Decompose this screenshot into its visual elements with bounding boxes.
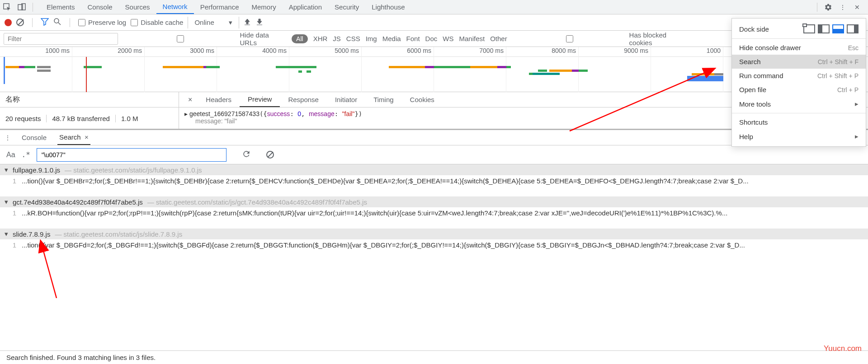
menu-hide-drawer[interactable]: Hide console drawerEsc [732,41,866,55]
throttling-select[interactable]: Online▾ [188,17,239,28]
tab-preview[interactable]: Preview [240,92,280,107]
chevron-right-icon: ▸ [855,100,859,108]
disclosure-icon[interactable]: ▾ [5,198,8,206]
tab-security[interactable]: Security [328,0,365,14]
search-results: ▾ fullpage.9.1.0.js — static.geetest.com… [0,164,868,251]
separator [32,18,33,27]
tab-cookies[interactable]: Cookies [402,92,443,107]
result-match[interactable]: 1 ...tion(){var $_DBGFd=2;for(;$_DBGFd!=… [0,239,868,251]
filter-icon[interactable] [41,18,49,27]
more-icon[interactable]: ⋮ [838,3,847,12]
preserve-log-checkbox[interactable]: Preserve log [78,19,126,26]
close-search-icon[interactable]: × [85,133,89,141]
upload-icon[interactable] [244,18,251,27]
result-file-header[interactable]: ▾ slide.7.8.9.js — static.geetest.com/st… [0,229,868,239]
menu-run-command[interactable]: Run commandCtrl + Shift + P [732,69,866,83]
tab-lighthouse[interactable]: Lighthouse [365,0,411,14]
result-file-header[interactable]: ▾ gct.7e4d938e40a4c492c489f7f0f4f7abe5.j… [0,196,868,207]
menu-open-file[interactable]: Open fileCtrl + P [732,83,866,97]
tab-console[interactable]: Console [81,0,119,14]
network-summary: 20 requests 48.7 kB transferred 1.0 M [0,107,179,129]
result-file-header[interactable]: ▾ fullpage.9.1.0.js — static.geetest.com… [0,164,868,175]
disclosure-icon[interactable]: ▾ [5,166,8,174]
tab-timing[interactable]: Timing [365,92,401,107]
filter-ws[interactable]: WS [443,35,453,42]
regex-toggle[interactable]: .* [22,150,30,159]
filter-all[interactable]: All [292,34,308,43]
tab-sources[interactable]: Sources [119,0,156,14]
dock-bottom-icon[interactable] [832,24,844,33]
drawer-more-icon[interactable]: ⋮ [5,134,11,141]
tab-headers[interactable]: Headers [198,92,240,107]
menu-search[interactable]: SearchCtrl + Shift + F [732,55,866,69]
close-icon[interactable]: ✕ [853,3,862,12]
match-case-toggle[interactable]: Aa [6,151,15,159]
column-name[interactable]: 名称 [0,92,179,107]
request-list: 名称 20 requests 48.7 kB transferred 1.0 M [0,92,179,129]
separator [70,18,70,27]
filter-media[interactable]: Media [382,35,401,42]
filter-css[interactable]: CSS [346,35,360,42]
status-bar: Search finished. Found 3 matching lines … [0,350,868,364]
filter-other[interactable]: Other [490,35,507,42]
download-icon[interactable] [256,18,264,27]
hide-data-urls-checkbox[interactable]: Hide data URLs [123,31,287,47]
tab-elements[interactable]: Elements [40,0,81,14]
tab-performance[interactable]: Performance [194,0,245,14]
device-icon[interactable] [17,3,26,12]
has-blocked-cookies-checkbox[interactable]: Has blocked cookies [513,31,689,47]
tab-network[interactable]: Network [156,0,194,14]
settings-menu: Dock side Hide console drawerEsc SearchC… [731,18,866,147]
gear-icon[interactable] [824,3,833,12]
dock-side-row: Dock side [732,21,866,37]
dock-left-icon[interactable] [818,24,830,33]
expand-icon[interactable]: ▸ [184,110,188,117]
separator [817,3,817,12]
separator [33,3,33,12]
tab-response[interactable]: Response [280,92,327,107]
chevron-right-icon: ▸ [855,132,859,140]
tab-memory[interactable]: Memory [245,0,283,14]
clear-icon[interactable] [266,151,274,159]
filter-js[interactable]: JS [333,35,341,42]
disable-cache-checkbox[interactable]: Disable cache [131,19,183,26]
result-match[interactable]: 1 ...tion(){var $_DEHBr=2;for(;$_DEHBr!=… [0,175,868,187]
filter-doc[interactable]: Doc [425,35,438,42]
dock-right-icon[interactable] [847,24,859,33]
requests-count: 20 requests [5,115,47,122]
filter-manifest[interactable]: Manifest [459,35,485,42]
svg-point-3 [54,19,59,23]
clear-button[interactable] [16,19,24,26]
tab-initiator[interactable]: Initiator [327,92,365,107]
resource-size: 1.0 M [116,115,144,122]
chevron-down-icon: ▾ [229,19,232,27]
drawer-tab-search[interactable]: Search × [57,130,90,145]
search-toolbar: Aa .* [0,145,868,164]
tab-application[interactable]: Application [283,0,328,14]
panel-tabs: Elements Console Sources Network Perform… [40,0,411,14]
filter-xhr[interactable]: XHR [313,35,328,42]
refresh-icon[interactable] [242,149,251,160]
filter-img[interactable]: Img [366,35,377,42]
filter-font[interactable]: Font [406,35,420,42]
record-button[interactable] [5,19,12,26]
disclosure-icon[interactable]: ▾ [5,230,8,238]
menu-shortcuts[interactable]: Shortcuts [732,115,866,129]
menu-help[interactable]: Help▸ [732,129,866,144]
devtools-toolbar: Elements Console Sources Network Perform… [0,0,868,14]
transferred-size: 48.7 kB transferred [47,115,116,122]
result-match[interactable]: 1 ...kR.BOH=function(){var rpP=2;for(;rp… [0,207,868,219]
dock-undock-icon[interactable] [803,24,815,33]
inspect-icon[interactable] [3,3,12,12]
menu-more-tools[interactable]: More tools▸ [732,97,866,111]
drawer-tab-console[interactable]: Console [20,130,48,145]
close-detail-icon[interactable]: × [183,96,198,104]
svg-line-4 [58,23,61,25]
search-input[interactable] [37,148,226,162]
search-icon[interactable] [53,18,61,27]
watermark: Yuucn.com [824,344,862,353]
filter-input[interactable] [4,33,118,45]
